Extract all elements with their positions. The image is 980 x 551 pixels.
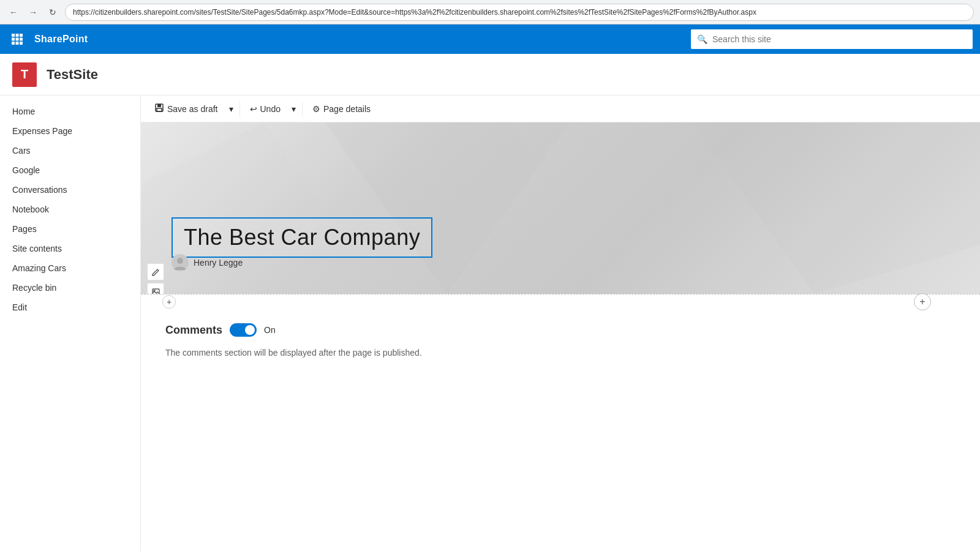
refresh-button[interactable]: ↻ xyxy=(45,5,60,20)
site-title: TestSite xyxy=(47,67,98,83)
gear-icon: ⚙ xyxy=(312,104,320,114)
sidebar-item-recycle-bin[interactable]: Recycle bin xyxy=(0,278,140,298)
comments-description: The comments section will be displayed a… xyxy=(165,347,631,359)
waffle-icon[interactable] xyxy=(7,29,27,49)
svg-rect-4 xyxy=(16,38,19,41)
undo-icon: ↩ xyxy=(250,104,257,114)
search-input[interactable] xyxy=(712,34,967,44)
toolbar-separator-2 xyxy=(302,102,303,116)
sidebar-item-label: Expenses Page xyxy=(12,126,72,136)
sidebar-item-home[interactable]: Home xyxy=(0,102,140,121)
sidebar-item-label: Site contents xyxy=(12,244,62,253)
sidebar-item-google[interactable]: Google xyxy=(0,160,140,180)
comments-section: Comments On The comments section will be… xyxy=(141,309,655,374)
sidebar-item-label: Cars xyxy=(12,146,31,156)
sidebar-item-label: Amazing Cars xyxy=(12,263,66,273)
sidebar-item-cars[interactable]: Cars xyxy=(0,141,140,160)
sidebar-item-label: Notebook xyxy=(12,204,49,214)
site-avatar: T xyxy=(12,62,37,87)
add-section-bar: + + xyxy=(141,294,980,309)
sidebar-item-notebook[interactable]: Notebook xyxy=(0,200,140,219)
address-bar[interactable]: https://citizenbuilders.sharepoint.com/s… xyxy=(65,4,974,21)
sidebar-item-label: Conversations xyxy=(12,185,67,195)
author-avatar xyxy=(172,254,189,271)
save-draft-button[interactable]: Save as draft xyxy=(148,99,224,118)
sidebar-item-amazing-cars[interactable]: Amazing Cars xyxy=(0,258,140,278)
sidebar-item-label: Google xyxy=(12,165,40,175)
svg-rect-10 xyxy=(157,104,161,107)
main-layout: Home Expenses Page Cars Google Conversat… xyxy=(0,96,980,551)
svg-rect-5 xyxy=(20,38,23,41)
add-section-center-plus[interactable]: + xyxy=(914,293,931,310)
author-name: Henry Legge xyxy=(194,258,243,268)
toggle-thumb xyxy=(245,325,255,335)
page-details-label: Page details xyxy=(323,104,371,114)
sidebar-item-edit[interactable]: Edit xyxy=(0,298,140,317)
svg-rect-2 xyxy=(20,34,23,37)
page-canvas: The Best Car Company Henry Legge + xyxy=(141,122,980,374)
sharepoint-logo: SharePoint xyxy=(34,34,88,45)
forward-button[interactable]: → xyxy=(26,5,40,20)
svg-marker-14 xyxy=(692,122,980,294)
site-header: T TestSite xyxy=(0,54,980,96)
browser-chrome: ← → ↻ https://citizenbuilders.sharepoint… xyxy=(0,0,980,24)
chevron-down-icon: ▾ xyxy=(229,104,233,114)
svg-rect-11 xyxy=(157,108,162,111)
sidebar-item-label: Pages xyxy=(12,224,37,234)
sidebar-item-label: Edit xyxy=(12,302,27,312)
comments-toggle[interactable] xyxy=(230,323,257,337)
svg-rect-8 xyxy=(20,42,23,45)
comments-header: Comments On xyxy=(165,323,631,337)
content-area: Save as draft ▾ ↩ Undo ▾ ⚙ Page details xyxy=(141,96,980,551)
section-controls xyxy=(147,263,164,294)
sidebar-item-expenses[interactable]: Expenses Page xyxy=(0,121,140,141)
svg-rect-6 xyxy=(12,42,15,45)
undo-label: Undo xyxy=(260,104,281,114)
comments-label: Comments xyxy=(165,324,222,337)
sidebar-item-label: Recycle bin xyxy=(12,283,56,293)
sidebar: Home Expenses Page Cars Google Conversat… xyxy=(0,96,141,551)
search-icon: 🔍 xyxy=(697,34,707,44)
chevron-down-icon-2: ▾ xyxy=(292,104,296,114)
sidebar-item-conversations[interactable]: Conversations xyxy=(0,180,140,200)
svg-rect-1 xyxy=(16,34,19,37)
hero-section: The Best Car Company Henry Legge xyxy=(141,122,980,294)
page-toolbar: Save as draft ▾ ↩ Undo ▾ ⚙ Page details xyxy=(141,96,980,122)
back-button[interactable]: ← xyxy=(6,5,21,20)
svg-rect-3 xyxy=(12,38,15,41)
toolbar-separator xyxy=(239,102,240,116)
svg-point-18 xyxy=(177,258,183,264)
undo-chevron[interactable]: ▾ xyxy=(289,100,298,118)
save-icon xyxy=(154,103,164,114)
toggle-on-label: On xyxy=(264,325,276,335)
hero-author: Henry Legge xyxy=(172,254,243,271)
search-bar[interactable]: 🔍 xyxy=(691,29,973,49)
svg-rect-0 xyxy=(12,34,15,37)
save-draft-label: Save as draft xyxy=(167,104,218,114)
image-section-button[interactable] xyxy=(147,283,164,294)
save-draft-chevron[interactable]: ▾ xyxy=(227,100,236,118)
hero-title-box[interactable]: The Best Car Company xyxy=(172,217,432,258)
url-text: https://citizenbuilders.sharepoint.com/s… xyxy=(73,8,756,17)
sidebar-item-label: Home xyxy=(12,107,35,116)
add-section-left: + xyxy=(162,295,176,309)
svg-rect-7 xyxy=(16,42,19,45)
edit-section-button[interactable] xyxy=(147,263,164,280)
sidebar-item-site-contents[interactable]: Site contents xyxy=(0,239,140,258)
undo-button[interactable]: ↩ Undo xyxy=(244,100,287,118)
hero-title: The Best Car Company xyxy=(184,225,420,250)
sidebar-item-pages[interactable]: Pages xyxy=(0,219,140,239)
page-details-button[interactable]: ⚙ Page details xyxy=(306,100,377,118)
add-section-plus-button[interactable]: + xyxy=(162,295,176,309)
sp-topbar: SharePoint 🔍 xyxy=(0,24,980,54)
